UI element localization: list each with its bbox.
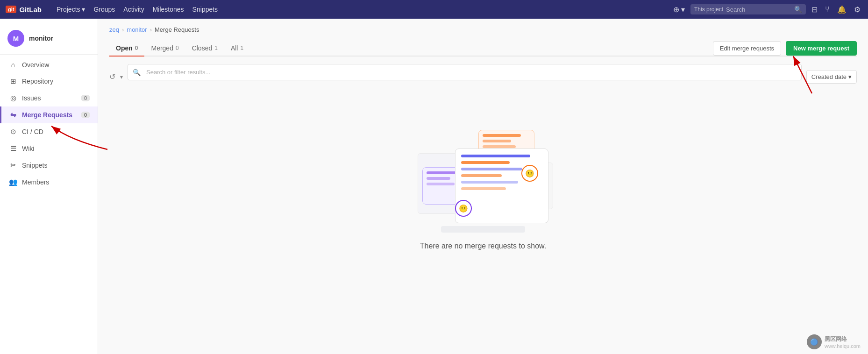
sidebar-nav: ⌂ Overview ⊞ Repository ◎ Issues 0 ⇋ Mer… <box>0 57 98 191</box>
sort-label: Created date <box>811 73 847 80</box>
cicd-icon: ⊙ <box>9 127 17 136</box>
search-wrap: This project 🔍 <box>690 4 806 14</box>
sidebar-item-label: Snippets <box>22 162 47 169</box>
tab-merged[interactable]: Merged 0 <box>144 41 185 57</box>
nav-groups[interactable]: Groups <box>90 4 119 15</box>
sidebar-item-label: Members <box>22 178 49 186</box>
sidebar: M monitor ⌂ Overview ⊞ Repository ◎ Issu… <box>0 19 98 354</box>
illus-main-line4 <box>461 174 502 177</box>
tab-all-label: All <box>231 44 238 52</box>
illus-line5 <box>427 177 450 180</box>
illus-main-line3 <box>461 168 522 170</box>
illus-main-line1 <box>461 155 530 157</box>
filter-row: ↺ ▾ 🔍 Created date ▾ <box>109 64 857 90</box>
settings-icon[interactable]: ⚙ <box>852 3 862 16</box>
empty-state-message: There are no merge requests to show. <box>420 242 546 250</box>
sidebar-item-label: Wiki <box>22 145 34 152</box>
watermark: 🔵 黑区网络 www.heiqu.com <box>807 334 861 349</box>
sort-dropdown[interactable]: Created date ▾ <box>806 70 857 84</box>
illus-avatar-right: 😐 <box>521 165 538 182</box>
avatar: M <box>7 30 24 47</box>
sort-caret-icon: ▾ <box>848 73 852 80</box>
tab-open[interactable]: Open 0 <box>109 41 144 57</box>
filter-input[interactable] <box>144 64 797 80</box>
sidebar-user: M monitor <box>0 24 98 55</box>
breadcrumb-zeq[interactable]: zeq <box>109 26 119 33</box>
git-icon: git <box>6 6 16 13</box>
new-merge-request-button[interactable]: New merge request <box>786 41 857 56</box>
tab-merged-label: Merged <box>151 44 173 52</box>
nav-snippets[interactable]: Snippets <box>189 4 221 15</box>
sidebar-item-label: Repository <box>22 78 53 85</box>
illus-main-line6 <box>461 187 506 190</box>
wiki-icon: ☰ <box>9 144 17 153</box>
top-nav-links: Projects ▾ Groups Activity Milestones Sn… <box>53 4 221 15</box>
breadcrumb-sep2: › <box>150 26 152 33</box>
search-input[interactable] <box>726 6 791 13</box>
tab-open-label: Open <box>116 44 133 52</box>
sidebar-item-members[interactable]: 👥 Members <box>0 174 98 191</box>
search-scope-label: This project <box>694 6 723 13</box>
empty-illustration: 😐 😐 <box>404 125 562 233</box>
nav-milestones[interactable]: Milestones <box>149 4 188 15</box>
filter-search-icon: 🔍 <box>133 69 141 76</box>
tab-all[interactable]: All 1 <box>224 41 250 57</box>
issues-badge: 0 <box>81 95 90 101</box>
nav-projects[interactable]: Projects ▾ <box>53 4 89 15</box>
sidebar-item-label: CI / CD <box>22 128 43 135</box>
sidebar-item-overview[interactable]: ⌂ Overview <box>0 57 98 73</box>
repository-icon: ⊞ <box>9 77 17 85</box>
tab-open-count: 0 <box>135 45 138 51</box>
illus-main-line5 <box>461 181 518 184</box>
illus-avatar-left: 😐 <box>455 200 472 217</box>
sidebar-item-issues[interactable]: ◎ Issues 0 <box>0 90 98 106</box>
refresh-icon[interactable]: ↺ <box>109 72 115 81</box>
top-navigation: git GitLab Projects ▾ Groups Activity Mi… <box>0 0 868 19</box>
illus-bottom-bar <box>441 226 525 233</box>
nav-activity[interactable]: Activity <box>120 4 148 15</box>
main-content: zeq › monitor › Merge Requests Open 0 Me… <box>98 19 868 354</box>
dock-icon[interactable]: ⊟ <box>810 3 819 16</box>
sidebar-item-merge-requests[interactable]: ⇋ Merge Requests 0 <box>0 106 98 123</box>
tabs-bar: Open 0 Merged 0 Closed 1 All 1 Edit merg… <box>109 41 857 57</box>
layout: M monitor ⌂ Overview ⊞ Repository ◎ Issu… <box>0 19 868 354</box>
sidebar-item-label: Issues <box>22 94 41 102</box>
sidebar-item-label: Merge Requests <box>22 111 72 119</box>
filter-bar: 🔍 <box>128 64 802 80</box>
watermark-text: 黑区网络 www.heiqu.com <box>825 335 861 349</box>
edit-merge-requests-button[interactable]: Edit merge requests <box>713 41 781 56</box>
brand-logo[interactable]: git GitLab <box>6 6 42 14</box>
illus-line6 <box>427 183 455 185</box>
tab-closed[interactable]: Closed 1 <box>185 41 224 57</box>
illus-line3 <box>483 145 516 148</box>
tabs-actions: Edit merge requests New merge request <box>713 41 857 56</box>
tab-closed-count: 1 <box>214 45 218 51</box>
merge-requests-badge: 0 <box>81 112 90 118</box>
fork-icon[interactable]: ⑂ <box>823 3 832 15</box>
breadcrumb-monitor[interactable]: monitor <box>127 26 147 33</box>
overview-icon: ⌂ <box>9 61 17 69</box>
filter-caret-icon[interactable]: ▾ <box>120 74 123 80</box>
search-icon: 🔍 <box>794 6 802 13</box>
merge-requests-icon: ⇋ <box>9 111 17 119</box>
breadcrumb-sep1: › <box>122 26 124 33</box>
bell-icon[interactable]: 🔔 <box>835 3 848 16</box>
tab-closed-label: Closed <box>192 44 213 52</box>
breadcrumb-current: Merge Requests <box>155 26 199 33</box>
illus-line2 <box>483 140 511 142</box>
illus-line1 <box>483 134 521 137</box>
sidebar-item-cicd[interactable]: ⊙ CI / CD <box>0 123 98 140</box>
members-icon: 👥 <box>9 178 17 186</box>
plus-icon[interactable]: ⊕ ▾ <box>671 3 687 16</box>
brand-name: GitLab <box>19 6 42 14</box>
sidebar-item-repository[interactable]: ⊞ Repository <box>0 73 98 90</box>
tab-all-count: 1 <box>240 45 243 51</box>
sidebar-item-snippets[interactable]: ✂ Snippets <box>0 157 98 174</box>
issues-icon: ◎ <box>9 94 17 102</box>
breadcrumb: zeq › monitor › Merge Requests <box>109 26 857 33</box>
illus-main-line2 <box>461 161 510 164</box>
watermark-logo: 🔵 <box>807 334 822 349</box>
top-nav-right: ⊕ ▾ This project 🔍 ⊟ ⑂ 🔔 ⚙ <box>671 3 862 16</box>
sidebar-item-wiki[interactable]: ☰ Wiki <box>0 140 98 157</box>
tab-merged-count: 0 <box>176 45 179 51</box>
